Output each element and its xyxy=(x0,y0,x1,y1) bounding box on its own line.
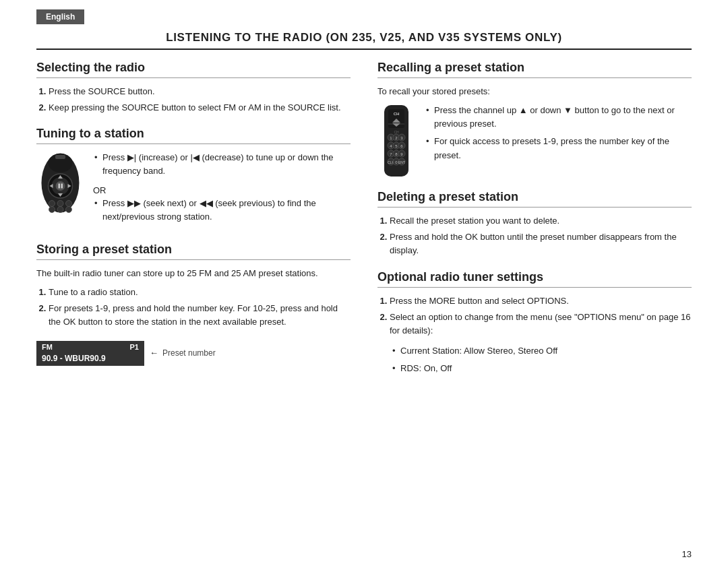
fm-top-row: FM P1 xyxy=(36,341,144,352)
svg-text:CH: CH xyxy=(394,130,399,134)
preset-arrow: ← xyxy=(150,348,158,358)
list-item: Select an option to change from the menu… xyxy=(390,311,692,338)
bullet-item: Press ▶| (increase) or |◀ (decrease) to … xyxy=(93,151,351,178)
svg-point-14 xyxy=(49,207,55,213)
heading-storing: Storing a preset station xyxy=(36,243,351,260)
list-item: Press the SOURCE button. xyxy=(49,85,351,98)
recalling-row: CH 1 2 xyxy=(377,104,692,178)
heading-optional: Optional radio tuner settings xyxy=(377,270,692,288)
recalling-intro: To recall your stored presets: xyxy=(377,85,692,98)
content-columns: Selecting the radio Press the SOURCE but… xyxy=(36,61,692,387)
list-storing: Tune to a radio station. For presets 1-9… xyxy=(36,286,351,329)
remote-control-image xyxy=(36,151,84,215)
right-column: Recalling a preset station To recall you… xyxy=(377,61,692,387)
svg-rect-5 xyxy=(58,184,60,189)
title-part1: Listening to the xyxy=(166,31,279,44)
section-storing: Storing a preset station The built-in ra… xyxy=(36,243,351,371)
left-column: Selecting the radio Press the SOURCE but… xyxy=(36,61,351,387)
heading-recalling: Recalling a preset station xyxy=(377,61,692,78)
section-deleting: Deleting a preset station Recall the pre… xyxy=(377,190,692,257)
section-selecting: Selecting the radio Press the SOURCE but… xyxy=(36,61,351,115)
bullet-item: Press the channel up ▲ or down ▼ button … xyxy=(425,104,692,131)
preset-number-label: Preset number xyxy=(162,348,216,358)
page: English Listening to the Radio (ON 235, … xyxy=(0,0,728,574)
language-tab: English xyxy=(36,9,84,24)
svg-point-15 xyxy=(57,207,63,213)
preset-arrow-label: ← Preset number xyxy=(150,348,216,358)
section-recalling: Recalling a preset station To recall you… xyxy=(377,61,692,178)
list-item: Press the MORE button and select OPTIONS… xyxy=(390,294,692,308)
tuning-bullets: Press ▶| (increase) or |◀ (decrease) to … xyxy=(93,151,351,230)
svg-rect-6 xyxy=(61,184,63,189)
storing-intro: The built-in radio tuner can store up to… xyxy=(36,267,351,280)
fm-station: 90.9 - WBUR90.9 xyxy=(36,352,144,366)
optional-sub-bullets: Current Station: Allow Stereo, Stereo Of… xyxy=(377,344,692,375)
svg-text:CH: CH xyxy=(394,112,400,116)
recall-remote-image: CH 1 2 xyxy=(377,104,415,178)
or-text: OR xyxy=(93,185,351,195)
bullet-item: Current Station: Allow Stereo, Stereo Of… xyxy=(391,344,692,358)
svg-rect-17 xyxy=(55,155,65,159)
fm-display: FM P1 90.9 - WBUR90.9 xyxy=(36,341,144,366)
svg-text:ENT: ENT xyxy=(398,160,405,164)
svg-point-13 xyxy=(65,201,71,207)
list-deleting: Recall the preset station you want to de… xyxy=(377,214,692,257)
tuning-bullet-list-2: Press ▶▶ (seek next) or ◀◀ (seek previou… xyxy=(93,197,351,224)
bullet-item: RDS: On, Off xyxy=(391,362,692,375)
svg-point-12 xyxy=(57,201,63,207)
section-optional: Optional radio tuner settings Press the … xyxy=(377,270,692,376)
bullet-item: Press ▶▶ (seek next) or ◀◀ (seek previou… xyxy=(93,197,351,224)
list-item: Keep pressing the SOURCE button to selec… xyxy=(49,101,351,115)
bullet-item: For quick access to presets 1-9, press t… xyxy=(425,135,692,162)
preset-label-row: FM P1 90.9 - WBUR90.9 ← Preset number xyxy=(36,336,351,370)
list-selecting: Press the SOURCE button. Keep pressing t… xyxy=(36,85,351,115)
list-optional: Press the MORE button and select OPTIONS… xyxy=(377,294,692,338)
list-item: For presets 1-9, press and hold the numb… xyxy=(49,302,351,329)
svg-point-16 xyxy=(65,207,71,213)
list-item: Recall the preset station you want to de… xyxy=(390,214,692,228)
p1-label: P1 xyxy=(130,343,139,351)
heading-tuning: Tuning to a station xyxy=(36,127,351,144)
recalling-bullet-list: Press the channel up ▲ or down ▼ button … xyxy=(425,104,692,166)
title-part3: (ON 235, V25, AND V35 SYSTEMS ONLY) xyxy=(326,31,562,44)
title-part2: Radio xyxy=(283,31,322,44)
list-item: Press and hold the OK button until the p… xyxy=(390,230,692,257)
section-tuning: Tuning to a station xyxy=(36,127,351,230)
heading-deleting: Deleting a preset station xyxy=(377,190,692,208)
page-number: 13 xyxy=(682,549,692,559)
main-title: Listening to the Radio (ON 235, V25, AND… xyxy=(36,31,692,50)
fm-label: FM xyxy=(42,343,53,351)
svg-point-11 xyxy=(49,201,55,207)
tuning-row: Press ▶| (increase) or |◀ (decrease) to … xyxy=(36,151,351,230)
tuning-bullet-list: Press ▶| (increase) or |◀ (decrease) to … xyxy=(93,151,351,178)
heading-selecting: Selecting the radio xyxy=(36,61,351,78)
svg-point-4 xyxy=(55,181,65,191)
list-item: Tune to a radio station. xyxy=(49,286,351,299)
